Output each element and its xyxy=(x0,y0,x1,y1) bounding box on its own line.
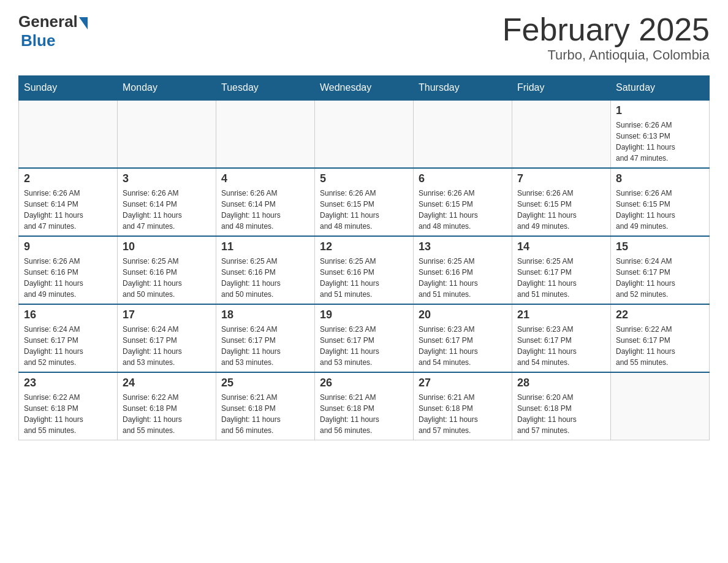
day-number: 27 xyxy=(419,377,507,389)
day-info: Sunrise: 6:26 AM Sunset: 6:16 PM Dayligh… xyxy=(24,256,112,300)
calendar-cell: 17Sunrise: 6:24 AM Sunset: 6:17 PM Dayli… xyxy=(118,304,216,372)
day-number: 22 xyxy=(616,308,704,321)
day-info: Sunrise: 6:26 AM Sunset: 6:14 PM Dayligh… xyxy=(221,188,309,232)
title-block: February 2025 Turbo, Antioquia, Colombia xyxy=(502,12,710,63)
day-number: 5 xyxy=(320,172,408,185)
calendar-cell: 23Sunrise: 6:22 AM Sunset: 6:18 PM Dayli… xyxy=(19,372,118,440)
calendar-cell xyxy=(118,100,216,168)
day-info: Sunrise: 6:23 AM Sunset: 6:17 PM Dayligh… xyxy=(320,324,408,368)
calendar-cell: 5Sunrise: 6:26 AM Sunset: 6:15 PM Daylig… xyxy=(315,168,414,236)
weekday-header-sunday: Sunday xyxy=(19,76,118,101)
day-number: 23 xyxy=(24,377,112,389)
calendar-cell: 18Sunrise: 6:24 AM Sunset: 6:17 PM Dayli… xyxy=(216,304,315,372)
day-number: 6 xyxy=(419,172,507,185)
day-number: 9 xyxy=(24,240,112,253)
day-info: Sunrise: 6:24 AM Sunset: 6:17 PM Dayligh… xyxy=(24,324,112,368)
weekday-header-friday: Friday xyxy=(512,76,611,101)
calendar-subtitle: Turbo, Antioquia, Colombia xyxy=(502,47,710,63)
day-number: 13 xyxy=(419,240,507,253)
day-info: Sunrise: 6:25 AM Sunset: 6:16 PM Dayligh… xyxy=(123,256,211,300)
day-info: Sunrise: 6:23 AM Sunset: 6:17 PM Dayligh… xyxy=(419,324,507,368)
weekday-header-thursday: Thursday xyxy=(414,76,512,101)
calendar-cell xyxy=(512,100,611,168)
day-info: Sunrise: 6:24 AM Sunset: 6:17 PM Dayligh… xyxy=(616,256,704,300)
day-number: 20 xyxy=(419,308,507,321)
day-number: 10 xyxy=(123,240,211,253)
day-number: 15 xyxy=(616,240,704,253)
day-number: 25 xyxy=(221,377,309,389)
logo: General Blue xyxy=(18,12,88,50)
calendar-cell: 27Sunrise: 6:21 AM Sunset: 6:18 PM Dayli… xyxy=(414,372,512,440)
day-number: 17 xyxy=(123,308,211,321)
day-info: Sunrise: 6:21 AM Sunset: 6:18 PM Dayligh… xyxy=(221,392,309,436)
day-info: Sunrise: 6:25 AM Sunset: 6:16 PM Dayligh… xyxy=(320,256,408,300)
weekday-header-tuesday: Tuesday xyxy=(216,76,315,101)
week-row-2: 2Sunrise: 6:26 AM Sunset: 6:14 PM Daylig… xyxy=(19,168,710,236)
weekday-header-saturday: Saturday xyxy=(611,76,710,101)
calendar-cell: 1Sunrise: 6:26 AM Sunset: 6:13 PM Daylig… xyxy=(611,100,710,168)
page-header: General Blue February 2025 Turbo, Antioq… xyxy=(18,12,710,63)
week-row-5: 23Sunrise: 6:22 AM Sunset: 6:18 PM Dayli… xyxy=(19,372,710,440)
weekday-header-wednesday: Wednesday xyxy=(315,76,414,101)
week-row-1: 1Sunrise: 6:26 AM Sunset: 6:13 PM Daylig… xyxy=(19,100,710,168)
day-info: Sunrise: 6:20 AM Sunset: 6:18 PM Dayligh… xyxy=(517,392,605,436)
calendar-cell: 8Sunrise: 6:26 AM Sunset: 6:15 PM Daylig… xyxy=(611,168,710,236)
day-info: Sunrise: 6:22 AM Sunset: 6:18 PM Dayligh… xyxy=(24,392,112,436)
day-number: 3 xyxy=(123,172,211,185)
day-info: Sunrise: 6:23 AM Sunset: 6:17 PM Dayligh… xyxy=(517,324,605,368)
calendar-cell: 2Sunrise: 6:26 AM Sunset: 6:14 PM Daylig… xyxy=(19,168,118,236)
calendar-cell: 24Sunrise: 6:22 AM Sunset: 6:18 PM Dayli… xyxy=(118,372,216,440)
day-info: Sunrise: 6:21 AM Sunset: 6:18 PM Dayligh… xyxy=(419,392,507,436)
day-info: Sunrise: 6:26 AM Sunset: 6:13 PM Dayligh… xyxy=(616,120,704,164)
day-number: 24 xyxy=(123,377,211,389)
day-info: Sunrise: 6:22 AM Sunset: 6:18 PM Dayligh… xyxy=(123,392,211,436)
calendar-cell xyxy=(216,100,315,168)
day-info: Sunrise: 6:24 AM Sunset: 6:17 PM Dayligh… xyxy=(123,324,211,368)
day-info: Sunrise: 6:26 AM Sunset: 6:15 PM Dayligh… xyxy=(320,188,408,232)
calendar-cell: 28Sunrise: 6:20 AM Sunset: 6:18 PM Dayli… xyxy=(512,372,611,440)
calendar-cell: 3Sunrise: 6:26 AM Sunset: 6:14 PM Daylig… xyxy=(118,168,216,236)
day-number: 16 xyxy=(24,308,112,321)
calendar-cell xyxy=(315,100,414,168)
day-number: 8 xyxy=(616,172,704,185)
calendar-cell: 12Sunrise: 6:25 AM Sunset: 6:16 PM Dayli… xyxy=(315,236,414,304)
day-info: Sunrise: 6:26 AM Sunset: 6:15 PM Dayligh… xyxy=(517,188,605,232)
day-number: 26 xyxy=(320,377,408,389)
calendar-table: SundayMondayTuesdayWednesdayThursdayFrid… xyxy=(18,75,710,440)
calendar-cell: 14Sunrise: 6:25 AM Sunset: 6:17 PM Dayli… xyxy=(512,236,611,304)
calendar-cell: 26Sunrise: 6:21 AM Sunset: 6:18 PM Dayli… xyxy=(315,372,414,440)
calendar-cell xyxy=(611,372,710,440)
day-number: 12 xyxy=(320,240,408,253)
day-number: 21 xyxy=(517,308,605,321)
day-info: Sunrise: 6:25 AM Sunset: 6:16 PM Dayligh… xyxy=(221,256,309,300)
day-number: 14 xyxy=(517,240,605,253)
calendar-cell: 6Sunrise: 6:26 AM Sunset: 6:15 PM Daylig… xyxy=(414,168,512,236)
weekday-header-row: SundayMondayTuesdayWednesdayThursdayFrid… xyxy=(19,76,710,101)
day-info: Sunrise: 6:26 AM Sunset: 6:14 PM Dayligh… xyxy=(24,188,112,232)
day-info: Sunrise: 6:26 AM Sunset: 6:15 PM Dayligh… xyxy=(419,188,507,232)
day-info: Sunrise: 6:25 AM Sunset: 6:16 PM Dayligh… xyxy=(419,256,507,300)
calendar-cell: 21Sunrise: 6:23 AM Sunset: 6:17 PM Dayli… xyxy=(512,304,611,372)
day-info: Sunrise: 6:21 AM Sunset: 6:18 PM Dayligh… xyxy=(320,392,408,436)
day-number: 1 xyxy=(616,104,704,117)
day-info: Sunrise: 6:25 AM Sunset: 6:17 PM Dayligh… xyxy=(517,256,605,300)
calendar-cell: 22Sunrise: 6:22 AM Sunset: 6:17 PM Dayli… xyxy=(611,304,710,372)
calendar-cell: 20Sunrise: 6:23 AM Sunset: 6:17 PM Dayli… xyxy=(414,304,512,372)
day-info: Sunrise: 6:22 AM Sunset: 6:17 PM Dayligh… xyxy=(616,324,704,368)
day-info: Sunrise: 6:24 AM Sunset: 6:17 PM Dayligh… xyxy=(221,324,309,368)
day-number: 11 xyxy=(221,240,309,253)
calendar-cell: 13Sunrise: 6:25 AM Sunset: 6:16 PM Dayli… xyxy=(414,236,512,304)
calendar-cell: 9Sunrise: 6:26 AM Sunset: 6:16 PM Daylig… xyxy=(19,236,118,304)
day-number: 4 xyxy=(221,172,309,185)
calendar-cell: 4Sunrise: 6:26 AM Sunset: 6:14 PM Daylig… xyxy=(216,168,315,236)
week-row-3: 9Sunrise: 6:26 AM Sunset: 6:16 PM Daylig… xyxy=(19,236,710,304)
calendar-cell: 19Sunrise: 6:23 AM Sunset: 6:17 PM Dayli… xyxy=(315,304,414,372)
calendar-cell: 7Sunrise: 6:26 AM Sunset: 6:15 PM Daylig… xyxy=(512,168,611,236)
logo-arrow-icon xyxy=(79,17,88,29)
calendar-cell: 15Sunrise: 6:24 AM Sunset: 6:17 PM Dayli… xyxy=(611,236,710,304)
calendar-cell xyxy=(414,100,512,168)
calendar-cell: 10Sunrise: 6:25 AM Sunset: 6:16 PM Dayli… xyxy=(118,236,216,304)
logo-blue-text: Blue xyxy=(21,31,55,50)
day-number: 18 xyxy=(221,308,309,321)
day-number: 19 xyxy=(320,308,408,321)
